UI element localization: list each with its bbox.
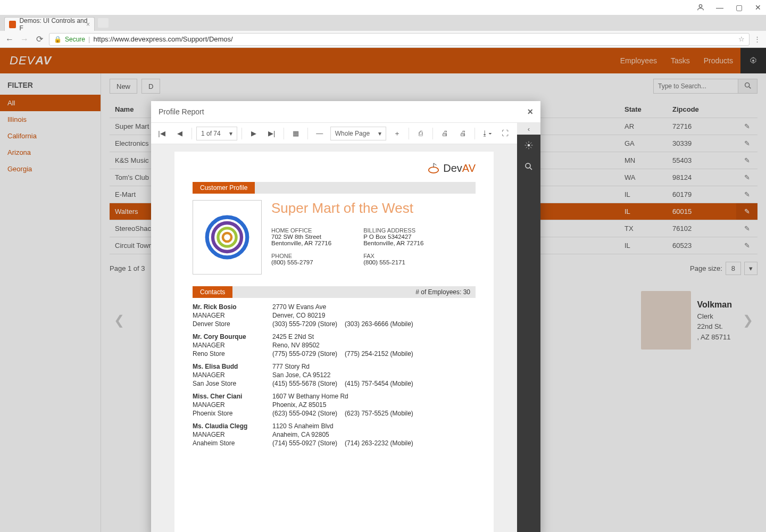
secure-label: Secure	[65, 36, 85, 43]
employee-count: # of Employees: 30	[410, 286, 476, 298]
contact-entry: Miss. Cher Ciani1607 W Bethany Home RdMA…	[193, 393, 476, 417]
section-customer-profile: Customer Profile	[193, 182, 255, 194]
side-collapse-icon[interactable]: ‹	[517, 123, 540, 135]
zoom-in-icon[interactable]: ＋	[389, 126, 404, 141]
browser-toolbar: ← → ⟳ 🔒 Secure | https://www.devexpress.…	[0, 31, 766, 48]
address-bar[interactable]: 🔒 Secure | https://www.devexpress.com/Su…	[49, 33, 750, 46]
fullscreen-icon[interactable]: ⛶	[497, 126, 512, 141]
lock-icon: 🔒	[54, 36, 62, 43]
minimize-icon[interactable]: —	[715, 3, 725, 12]
print-page-icon[interactable]: 🖨	[455, 126, 470, 141]
profile-report-modal: Profile Report × |◀ ◀ 1 of 74▾ ▶ ▶| ▦ — …	[151, 101, 540, 532]
contact-entry: Mr. Cory Bourque2425 E 2Nd StMANAGERReno…	[193, 333, 476, 358]
page-indicator[interactable]: 1 of 74▾	[196, 127, 237, 140]
svg-point-9	[218, 228, 236, 246]
contact-entry: Ms. Claudia Clegg1120 S Anaheim BlvdMANA…	[193, 422, 476, 447]
section-contacts: Contacts	[193, 286, 232, 298]
svg-line-6	[434, 163, 437, 165]
svg-point-11	[528, 144, 530, 147]
account-icon[interactable]	[696, 3, 705, 12]
reload-icon[interactable]: ⟳	[34, 34, 45, 44]
modal-title: Profile Report	[159, 107, 204, 116]
favicon-icon	[9, 21, 16, 28]
report-page: DevAV Customer Profile	[174, 152, 494, 532]
forward-icon[interactable]: →	[19, 35, 30, 44]
side-search-icon[interactable]	[517, 156, 540, 177]
multipage-icon[interactable]: ▦	[288, 126, 303, 141]
new-tab-button[interactable]	[98, 18, 109, 28]
report-brand: DevAV	[193, 162, 476, 174]
window-close-icon[interactable]: ✕	[753, 3, 763, 12]
window-titlebar: — ▢ ✕	[0, 0, 766, 15]
contact-entry: Mr. Rick Bosio2770 W Evans AveMANAGERDen…	[193, 303, 476, 328]
browser-tabstrip: Demos: UI Controls and F ×	[0, 15, 766, 31]
app-shell: DEVAV Employees Tasks Products FILTER Al…	[0, 48, 766, 532]
svg-point-10	[223, 233, 231, 242]
first-page-icon[interactable]: |◀	[154, 126, 169, 141]
menu-icon[interactable]: ⋮	[754, 35, 762, 43]
url-text: https://www.devexpress.com/Support/Demos…	[93, 35, 232, 43]
zoom-out-icon[interactable]: —	[312, 126, 327, 141]
maximize-icon[interactable]: ▢	[734, 3, 744, 12]
customer-name: Super Mart of the West	[271, 200, 476, 217]
export-icon[interactable]: ⭳▾	[479, 126, 494, 141]
browser-tab[interactable]: Demos: UI Controls and F ×	[4, 17, 95, 31]
last-page-icon[interactable]: ▶|	[264, 126, 279, 141]
prev-page-icon[interactable]: ◀	[172, 126, 187, 141]
svg-point-12	[526, 163, 530, 168]
svg-point-0	[699, 5, 702, 7]
zoom-select[interactable]: Whole Page▾	[330, 127, 386, 140]
modal-close-button[interactable]: ×	[527, 106, 533, 118]
svg-line-13	[530, 168, 532, 170]
next-page-icon[interactable]: ▶	[246, 126, 261, 141]
back-icon[interactable]: ←	[4, 35, 15, 44]
customer-logo	[193, 200, 262, 275]
tab-title: Demos: UI Controls and F	[19, 17, 90, 32]
modal-side-toolbar: ‹	[517, 123, 540, 532]
contact-entry: Ms. Elisa Budd777 Story RdMANAGERSan Jos…	[193, 363, 476, 387]
side-gear-icon[interactable]	[517, 135, 540, 156]
report-viewport[interactable]: DevAV Customer Profile	[151, 144, 517, 532]
bookmark-icon[interactable]: ☆	[738, 35, 745, 43]
print-select-icon[interactable]: ⎙	[413, 126, 428, 141]
svg-point-4	[428, 167, 438, 173]
print-icon[interactable]: 🖨	[437, 126, 452, 141]
tab-close-icon[interactable]: ×	[86, 21, 90, 28]
report-toolbar: |◀ ◀ 1 of 74▾ ▶ ▶| ▦ — Whole Page▾ ＋ ⎙	[151, 123, 517, 144]
